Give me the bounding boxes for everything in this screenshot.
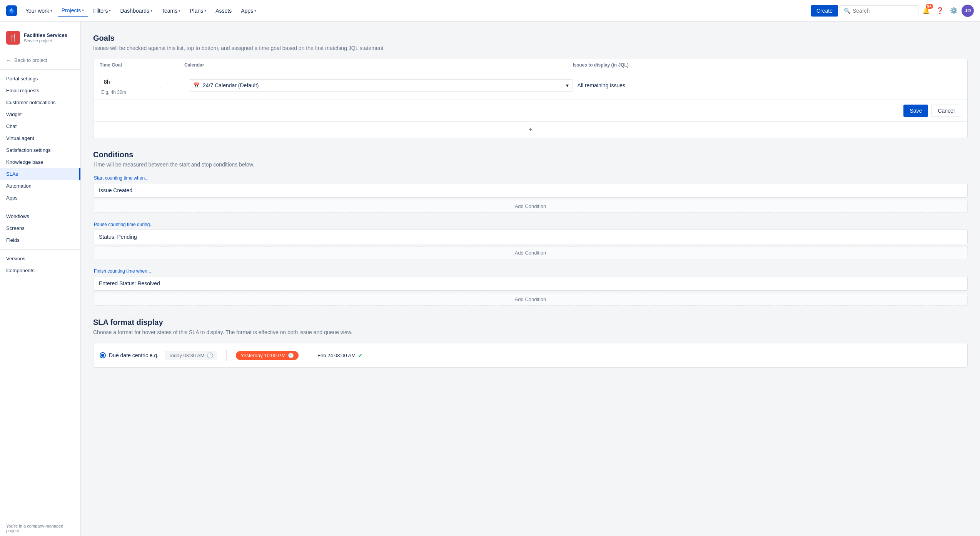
ok-example: Feb 24 08:00 AM ✔ xyxy=(317,352,363,359)
conditions-description: Time will be measured between the start … xyxy=(93,161,968,168)
project-header: 🍴 Facilities Services Service project xyxy=(0,28,80,51)
pause-condition-group: Pause counting time during... Status: Pe… xyxy=(93,222,968,259)
nav-dashboards[interactable]: Dashboards ▾ xyxy=(116,5,156,16)
radio-due-date xyxy=(100,352,106,358)
chevron-down-icon: ▾ xyxy=(50,8,52,13)
notifications-button[interactable]: 🔔 9+ xyxy=(920,5,932,17)
goals-table-row: E.g. 4h 30m 📅 24/7 Calendar (Default) ▾ … xyxy=(93,71,967,100)
issues-cell: All remaining issues xyxy=(578,82,962,88)
chevron-down-icon: ▾ xyxy=(204,8,206,13)
header-issues: Issues to display (in JQL) xyxy=(573,62,962,68)
calendar-value: 24/7 Calendar (Default) xyxy=(203,82,259,88)
nav-assets[interactable]: Assets xyxy=(212,5,235,16)
start-condition-label: Start counting time when... xyxy=(93,175,968,181)
nav-teams[interactable]: Teams ▾ xyxy=(158,5,184,16)
finish-condition-label: Finish counting time when... xyxy=(93,268,968,274)
sla-format-title: SLA format display xyxy=(93,318,968,327)
goals-table-header: Time Goal Calendar Issues to display (in… xyxy=(93,59,967,71)
save-button[interactable]: Save xyxy=(903,105,928,117)
calendar-select[interactable]: 📅 24/7 Calendar (Default) ▾ xyxy=(189,79,573,92)
sidebar-item-fields[interactable]: Fields xyxy=(0,234,80,246)
sidebar-item-portal-settings[interactable]: Portal settings xyxy=(0,73,80,85)
goals-section: Goals Issues will be checked against thi… xyxy=(93,34,968,138)
overdue-badge: Yesterday 10:00 PM 🕙 xyxy=(236,351,299,360)
sidebar-item-satisfaction-settings[interactable]: Satisfaction settings xyxy=(0,144,80,156)
sidebar-item-knowledge-base[interactable]: Knowledge base xyxy=(0,156,80,168)
sidebar-item-slas[interactable]: SLAs xyxy=(0,168,80,180)
chevron-down-icon: ▾ xyxy=(566,82,569,88)
search-bar[interactable]: 🔍 xyxy=(840,5,918,16)
start-condition-group: Start counting time when... Issue Create… xyxy=(93,175,968,213)
sidebar-item-email-requests[interactable]: Email requests xyxy=(0,85,80,97)
help-button[interactable]: ❓ xyxy=(934,5,946,17)
time-hint: E.g. 4h 30m xyxy=(100,90,184,95)
sidebar-divider xyxy=(0,69,80,70)
project-type: Service project xyxy=(24,38,67,43)
search-input[interactable] xyxy=(853,8,914,14)
header-calendar: Calendar xyxy=(184,62,573,68)
nav-filters[interactable]: Filters ▾ xyxy=(89,5,115,16)
vertical-divider-2 xyxy=(308,350,308,361)
sidebar-item-chat[interactable]: Chat xyxy=(0,120,80,132)
plus-icon: + xyxy=(528,126,533,134)
sidebar-item-customer-notifications[interactable]: Customer notifications xyxy=(0,97,80,108)
avatar[interactable]: JD xyxy=(962,5,974,17)
conditions-title: Conditions xyxy=(93,150,968,159)
time-goal-input[interactable] xyxy=(100,76,161,88)
example-today: Today 03:30 AM 🕐 xyxy=(165,351,217,360)
nav-your-work[interactable]: Your work ▾ xyxy=(22,5,56,16)
chevron-down-icon: ▾ xyxy=(82,8,84,12)
goals-actions: Save Cancel xyxy=(93,100,967,122)
goals-description: Issues will be checked against this list… xyxy=(93,45,968,51)
back-icon: ← xyxy=(6,57,11,63)
sidebar-item-workflows[interactable]: Workflows xyxy=(0,210,80,222)
sidebar-item-apps[interactable]: Apps xyxy=(0,192,80,204)
nav-plans[interactable]: Plans ▾ xyxy=(186,5,210,16)
sidebar-footer: You're in a company-managed project xyxy=(0,521,80,536)
cancel-button[interactable]: Cancel xyxy=(931,105,961,117)
finish-condition-group: Finish counting time when... Entered Sta… xyxy=(93,268,968,306)
sidebar-item-versions[interactable]: Versions xyxy=(0,253,80,265)
back-to-project[interactable]: ← Back to project xyxy=(0,54,80,66)
chevron-down-icon: ▾ xyxy=(150,8,152,13)
conditions-section: Conditions Time will be measured between… xyxy=(93,150,968,306)
clock-icon: 🕐 xyxy=(207,352,213,358)
finish-condition-chip: Entered Status: Resolved xyxy=(93,276,968,291)
sidebar-divider-2 xyxy=(0,207,80,207)
time-goal-cell: E.g. 4h 30m xyxy=(100,76,184,95)
jira-logo[interactable] xyxy=(6,5,17,16)
sidebar: 🍴 Facilities Services Service project ← … xyxy=(0,22,81,536)
sidebar-item-screens[interactable]: Screens xyxy=(0,222,80,234)
sidebar-item-virtual-agent[interactable]: Virtual agent xyxy=(0,132,80,144)
due-date-label: Due date centric e.g. xyxy=(109,352,159,358)
chevron-down-icon: ▾ xyxy=(179,8,180,13)
project-name: Facilities Services xyxy=(24,32,67,39)
sidebar-item-widget[interactable]: Widget xyxy=(0,108,80,120)
sidebar-item-components[interactable]: Components xyxy=(0,265,80,276)
vertical-divider xyxy=(226,350,227,361)
nav-projects[interactable]: Projects ▾ xyxy=(58,5,88,17)
due-date-centric-option[interactable]: Due date centric e.g. xyxy=(100,352,159,358)
calendar-cell: 📅 24/7 Calendar (Default) ▾ xyxy=(189,79,573,92)
pause-condition-chip: Status: Pending xyxy=(93,230,968,244)
pause-add-condition-button[interactable]: Add Condition xyxy=(93,246,968,259)
sla-format-section: SLA format display Choose a format for h… xyxy=(93,318,968,368)
issues-value: All remaining issues xyxy=(578,82,626,88)
chevron-down-icon: ▾ xyxy=(254,8,256,13)
start-condition-chip: Issue Created xyxy=(93,183,968,198)
calendar-icon: 📅 xyxy=(193,82,200,88)
check-icon: ✔ xyxy=(358,352,363,359)
sidebar-divider-3 xyxy=(0,249,80,250)
search-icon: 🔍 xyxy=(844,8,850,14)
settings-button[interactable]: ⚙️ xyxy=(948,5,960,17)
format-options-card: Due date centric e.g. Today 03:30 AM 🕐 Y… xyxy=(93,343,968,368)
header-time-goal: Time Goal xyxy=(100,62,184,68)
finish-add-condition-button[interactable]: Add Condition xyxy=(93,293,968,306)
goals-title: Goals xyxy=(93,34,968,43)
nav-apps[interactable]: Apps ▾ xyxy=(237,5,260,16)
add-goal-row-button[interactable]: + xyxy=(93,122,967,138)
create-button[interactable]: Create xyxy=(811,5,838,17)
chevron-down-icon: ▾ xyxy=(109,8,111,13)
start-add-condition-button[interactable]: Add Condition xyxy=(93,200,968,213)
sidebar-item-automation[interactable]: Automation xyxy=(0,180,80,192)
